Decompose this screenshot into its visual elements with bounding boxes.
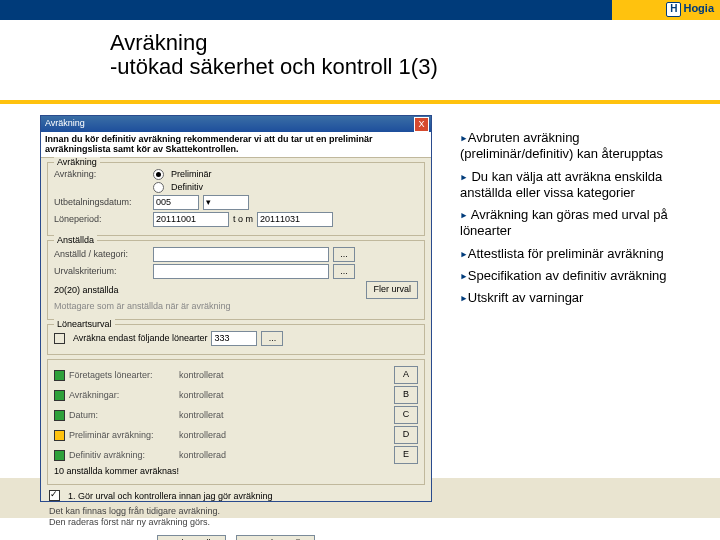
avrakning-dialog: Avräkning X Innan du kör definitiv avräk… xyxy=(40,115,432,502)
anst-note: Mottagare som är anställda när är avräkn… xyxy=(54,301,231,311)
bullet-arrow-icon: ▸ xyxy=(460,169,468,184)
status-label: Företagets lönearter: xyxy=(69,370,179,380)
status-value: kontrollerat xyxy=(179,370,264,380)
status-mini-button[interactable]: A xyxy=(394,366,418,384)
browse-anst-kat-button[interactable]: ... xyxy=(333,247,355,262)
status-row: Avräkningar:kontrolleratB xyxy=(54,386,418,404)
status-color-icon xyxy=(54,450,65,461)
label-utbet: Utbetalningsdatum: xyxy=(54,197,149,207)
legend-anstallda: Anställda xyxy=(54,235,97,245)
rensa-kontroller-button[interactable]: Rensa kontroller xyxy=(236,535,316,540)
bullet-item: ▸Avbruten avräkning (preliminär/definiti… xyxy=(460,130,690,163)
bullet-item: ▸ Du kan välja att avräkna enskilda anst… xyxy=(460,169,690,202)
legend-loneart: Löneartsurval xyxy=(54,319,115,329)
dialog-info-banner: Innan du kör definitiv avräkning rekomme… xyxy=(41,132,431,158)
radio-preliminar-label: Preliminär xyxy=(171,169,212,179)
bullet-item: ▸Specifikation av definitiv avräkning xyxy=(460,268,690,284)
browse-loneart-button[interactable]: ... xyxy=(261,331,283,346)
field-utbet-combo[interactable]: ▾ xyxy=(203,195,249,210)
radio-definitiv-label: Definitiv xyxy=(171,182,203,192)
bullet-arrow-icon: ▸ xyxy=(460,207,468,222)
status-row: Definitiv avräkning:kontrolleradE xyxy=(54,446,418,464)
label-anst-kat: Anställd / kategori: xyxy=(54,249,149,259)
status-value: kontrollerad xyxy=(179,450,264,460)
brand-logo: HHogia xyxy=(666,2,714,17)
field-loneart[interactable]: 333 xyxy=(211,331,257,346)
status-mini-button[interactable]: E xyxy=(394,446,418,464)
status-mini-button[interactable]: B xyxy=(394,386,418,404)
slide-bullets: ▸Avbruten avräkning (preliminär/definiti… xyxy=(460,130,690,312)
anstallda-count: 20(20) anställda xyxy=(54,285,119,295)
close-icon[interactable]: X xyxy=(414,117,429,132)
group-anstallda: Anställda Anställd / kategori: ... Urval… xyxy=(47,240,425,320)
gor-kontroller-button[interactable]: Gör kontroller xyxy=(157,535,226,540)
group-loneartsurval: Löneartsurval Avräkna endast följande lö… xyxy=(47,324,425,355)
status-label: Definitiv avräkning: xyxy=(69,450,179,460)
status-value: kontrollerat xyxy=(179,410,264,420)
browse-urval-button[interactable]: ... xyxy=(333,264,355,279)
radio-definitiv[interactable] xyxy=(153,182,164,193)
warning-text: Det kan finnas logg från tidigare avräkn… xyxy=(41,506,431,531)
status-label: Datum: xyxy=(69,410,179,420)
status-label: Preliminär avräkning: xyxy=(69,430,179,440)
status-value: kontrollerad xyxy=(179,430,264,440)
chk-loneart-label: Avräkna endast följande lönearter xyxy=(73,333,207,343)
bullet-arrow-icon: ▸ xyxy=(460,130,468,145)
group-avrakning: Avräkning Avräkning: Preliminär Definiti… xyxy=(47,162,425,236)
slide-title-line1: Avräkning xyxy=(110,30,207,56)
status-color-icon xyxy=(54,370,65,381)
status-color-icon xyxy=(54,410,65,421)
status-label: Avräkningar: xyxy=(69,390,179,400)
label-avrakning: Avräkning: xyxy=(54,169,149,179)
slide-title-line2: -utökad säkerhet och kontroll 1(3) xyxy=(110,54,438,80)
radio-preliminar[interactable] xyxy=(153,169,164,180)
bullet-item: ▸Attestlista för preliminär avräkning xyxy=(460,246,690,262)
status-color-icon xyxy=(54,430,65,441)
status-color-icon xyxy=(54,390,65,401)
bullet-arrow-icon: ▸ xyxy=(460,246,468,261)
field-loneperiod-from[interactable]: 20111001 xyxy=(153,212,229,227)
bullet-item: ▸ Avräkning kan göras med urval på lönea… xyxy=(460,207,690,240)
status-mini-button[interactable]: D xyxy=(394,426,418,444)
chk-instruction[interactable]: ✓ xyxy=(49,490,60,501)
label-urval: Urvalskriterium: xyxy=(54,266,149,276)
brand-header: HHogia xyxy=(0,0,720,20)
status-row: Företagets lönearter:kontrolleratA xyxy=(54,366,418,384)
legend-avrakning: Avräkning xyxy=(54,157,100,167)
dialog-titlebar: Avräkning X xyxy=(41,116,431,132)
label-loneperiod: Löneperiod: xyxy=(54,214,149,224)
field-anst-kat[interactable] xyxy=(153,247,329,262)
bullet-item: ▸Utskrift av varningar xyxy=(460,290,690,306)
status-row: Preliminär avräkning:kontrolleradD xyxy=(54,426,418,444)
divider-yellow xyxy=(0,100,720,104)
bullet-arrow-icon: ▸ xyxy=(460,290,468,305)
dialog-title: Avräkning xyxy=(45,118,85,128)
label-tom: t o m xyxy=(233,214,253,224)
field-loneperiod-tom[interactable]: 20111031 xyxy=(257,212,333,227)
group-status: Företagets lönearter:kontrolleratA Avräk… xyxy=(47,359,425,485)
fler-urval-button[interactable]: Fler urval xyxy=(366,281,418,299)
status-mini-button[interactable]: C xyxy=(394,406,418,424)
field-urval[interactable] xyxy=(153,264,329,279)
logo-h-icon: H xyxy=(666,2,681,17)
status-row: Datum:kontrolleratC xyxy=(54,406,418,424)
chk-instruction-label: 1. Gör urval och kontrollera innan jag g… xyxy=(68,491,273,501)
field-utbet[interactable]: 005 xyxy=(153,195,199,210)
chk-loneart[interactable] xyxy=(54,333,65,344)
bullet-arrow-icon: ▸ xyxy=(460,268,468,283)
status-footer: 10 anställda kommer avräknas! xyxy=(54,466,179,476)
status-value: kontrollerat xyxy=(179,390,264,400)
